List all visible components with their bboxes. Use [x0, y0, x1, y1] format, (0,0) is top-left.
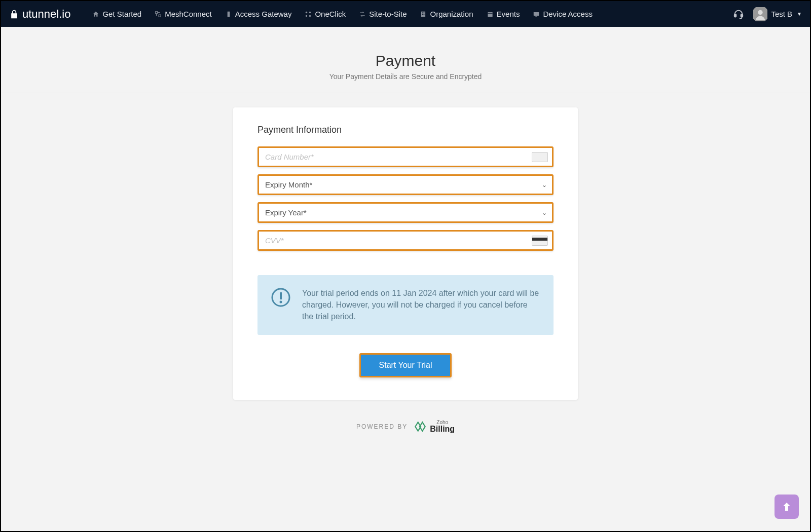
- nav-access-gateway[interactable]: Access Gateway: [218, 1, 299, 27]
- powered-by-label: POWERED BY: [356, 423, 408, 430]
- submit-wrap: Start Your Trial: [257, 353, 554, 377]
- organization-icon: [420, 11, 427, 18]
- billing-brand-logo[interactable]: Zoho Billing: [414, 420, 455, 433]
- svg-point-5: [306, 15, 308, 17]
- svg-rect-14: [536, 16, 538, 16]
- site-to-site-icon: [359, 11, 366, 18]
- card-number-field-wrap: [257, 146, 554, 167]
- info-exclamation-icon: [271, 287, 291, 308]
- nav-right: Test B ▼: [733, 7, 802, 21]
- nav-items: Get Started MeshConnect Access Gateway O…: [86, 1, 733, 27]
- section-title: Payment Information: [257, 125, 554, 135]
- page-title: Payment: [1, 52, 810, 69]
- card-number-input[interactable]: [259, 148, 552, 166]
- billing-brand-name: Billing: [430, 425, 455, 433]
- svg-rect-8: [422, 12, 423, 13]
- nav-get-started[interactable]: Get Started: [86, 1, 148, 27]
- nav-label: Site-to-Site: [369, 10, 407, 18]
- oneclick-icon: [305, 11, 312, 18]
- top-nav: utunnel.io Get Started MeshConnect Acces…: [1, 1, 810, 27]
- brand-logo[interactable]: utunnel.io: [9, 8, 70, 21]
- nav-label: Organization: [430, 10, 473, 18]
- svg-rect-20: [280, 292, 282, 299]
- device-icon: [533, 11, 540, 18]
- svg-rect-10: [422, 14, 423, 15]
- chevron-down-icon: ▼: [797, 11, 802, 17]
- nav-oneclick[interactable]: OneClick: [298, 1, 352, 27]
- submit-highlight-border: Start Your Trial: [359, 353, 452, 377]
- trial-info-box: Your trial period ends on 11 Jan 2024 af…: [257, 275, 554, 335]
- events-icon: [487, 11, 494, 18]
- nav-meshconnect[interactable]: MeshConnect: [148, 1, 218, 27]
- cvv-field-wrap: [257, 230, 554, 251]
- svg-rect-13: [534, 12, 539, 15]
- brand-name: utunnel.io: [22, 8, 70, 21]
- powered-by-footer: POWERED BY Zoho Billing: [1, 420, 810, 433]
- user-menu[interactable]: Test B ▼: [753, 7, 802, 21]
- nav-events[interactable]: Events: [480, 1, 527, 27]
- support-icon[interactable]: [733, 9, 744, 20]
- home-icon: [92, 11, 99, 18]
- mesh-icon: [155, 11, 162, 18]
- expiry-year-select[interactable]: Expiry Year*: [259, 204, 552, 221]
- nav-device-access[interactable]: Device Access: [526, 1, 599, 27]
- nav-site-to-site[interactable]: Site-to-Site: [352, 1, 413, 27]
- arrow-up-icon: [781, 501, 793, 513]
- svg-rect-16: [741, 14, 743, 17]
- nav-label: Access Gateway: [235, 10, 292, 18]
- start-trial-button[interactable]: Start Your Trial: [361, 355, 451, 376]
- page-header: Payment Your Payment Details are Secure …: [1, 27, 810, 93]
- svg-rect-7: [421, 11, 425, 17]
- nav-label: Events: [497, 10, 520, 18]
- svg-point-18: [758, 10, 763, 14]
- trial-info-text: Your trial period ends on 11 Jan 2024 af…: [302, 287, 540, 323]
- nav-label: MeshConnect: [165, 10, 212, 18]
- svg-rect-0: [156, 11, 158, 13]
- svg-rect-1: [159, 15, 161, 17]
- svg-rect-11: [424, 14, 425, 15]
- svg-rect-9: [424, 12, 425, 13]
- user-name: Test B: [771, 10, 792, 18]
- nav-organization[interactable]: Organization: [413, 1, 480, 27]
- nav-label: Get Started: [102, 10, 141, 18]
- nav-label: Device Access: [543, 10, 593, 18]
- svg-point-3: [306, 11, 308, 13]
- svg-point-21: [280, 301, 282, 303]
- svg-point-6: [309, 15, 311, 17]
- payment-card: Payment Information Expiry Month* ⌄ Expi…: [233, 107, 578, 400]
- svg-point-4: [309, 11, 311, 13]
- expiry-month-select[interactable]: Expiry Month*: [259, 176, 552, 194]
- cvv-input[interactable]: [259, 232, 552, 249]
- nav-label: OneClick: [315, 10, 346, 18]
- scroll-to-top-button[interactable]: [775, 495, 799, 519]
- expiry-month-field-wrap: Expiry Month* ⌄: [257, 174, 554, 195]
- gateway-icon: [225, 11, 232, 18]
- svg-rect-15: [734, 14, 736, 17]
- zoho-billing-icon: [414, 420, 427, 433]
- expiry-year-field-wrap: Expiry Year* ⌄: [257, 202, 554, 223]
- svg-rect-2: [227, 11, 230, 17]
- brand-lock-icon: [9, 8, 19, 20]
- page-subtitle: Your Payment Details are Secure and Encr…: [1, 72, 810, 81]
- svg-rect-12: [488, 12, 492, 16]
- avatar-icon: [753, 7, 767, 21]
